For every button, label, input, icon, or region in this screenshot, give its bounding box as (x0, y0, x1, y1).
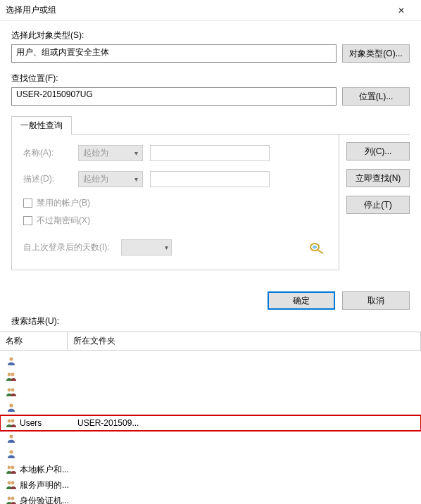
name-input[interactable] (150, 145, 270, 161)
name-match-select[interactable]: 起始为 ▾ (78, 145, 143, 161)
table-row[interactable] (0, 446, 421, 462)
row-name: 本地帐户和... (20, 464, 75, 476)
svg-point-15 (8, 481, 11, 485)
disabled-accounts-checkbox[interactable]: 禁用的帐户(B) (23, 197, 327, 209)
table-row[interactable] (0, 431, 421, 446)
svg-point-3 (9, 357, 13, 360)
table-row[interactable] (0, 369, 421, 384)
location-button[interactable]: 位置(L)... (342, 87, 410, 106)
non-expiring-password-checkbox[interactable]: 不过期密码(X) (23, 215, 327, 227)
table-row[interactable] (0, 400, 421, 415)
checkbox-box-icon (23, 199, 32, 208)
group-icon (6, 495, 17, 504)
close-icon: ✕ (398, 6, 405, 15)
user-icon (6, 448, 17, 460)
svg-line-1 (318, 250, 323, 253)
table-row[interactable]: 身份验证机... (0, 493, 421, 504)
svg-point-14 (11, 466, 15, 470)
column-header-name[interactable]: 名称 (0, 332, 68, 350)
svg-point-12 (9, 450, 13, 453)
svg-point-5 (11, 373, 15, 377)
days-since-logon-label: 自上次登录后的天数(I): (23, 241, 110, 253)
description-match-select[interactable]: 起始为 ▾ (78, 171, 143, 187)
group-icon (6, 386, 17, 398)
object-type-input[interactable]: 用户、组或内置安全主体 (11, 44, 337, 63)
results-rows: UsersUSER-201509...本地帐户和...服务声明的...身份验证机… (0, 351, 421, 504)
table-row[interactable] (0, 384, 421, 400)
chevron-down-icon: ▾ (165, 244, 168, 251)
column-header-folder[interactable]: 所在文件夹 (68, 332, 421, 350)
table-row[interactable]: UsersUSER-201509... (0, 415, 421, 431)
svg-point-4 (8, 373, 11, 377)
cancel-button[interactable]: 取消 (342, 291, 410, 310)
query-panel: 名称(A): 起始为 ▾ 描述(D): 起始为 ▾ 禁用的帐户(B) (11, 135, 339, 270)
svg-point-7 (11, 389, 15, 392)
svg-point-9 (8, 420, 11, 423)
close-button[interactable]: ✕ (387, 0, 415, 20)
object-type-label: 选择此对象类型(S): (11, 30, 410, 42)
find-now-button[interactable]: 立即查找(N) (346, 169, 410, 187)
row-name: 身份验证机... (20, 495, 75, 505)
user-icon (6, 402, 17, 413)
location-label: 查找位置(F): (11, 73, 410, 84)
title-bar: 选择用户或组 ✕ (0, 0, 421, 21)
svg-point-10 (11, 420, 15, 423)
svg-point-18 (11, 497, 15, 500)
svg-point-13 (8, 466, 11, 470)
description-input[interactable] (150, 171, 270, 187)
tab-general-query[interactable]: 一般性查询 (11, 116, 72, 135)
tabs: 一般性查询 (11, 115, 410, 135)
days-since-logon-select[interactable]: ▾ (121, 239, 172, 256)
svg-point-6 (8, 389, 11, 392)
window-title: 选择用户或组 (6, 4, 387, 16)
user-icon (6, 355, 17, 367)
table-row[interactable] (0, 353, 421, 369)
svg-point-16 (11, 481, 15, 485)
row-name: Users (20, 418, 75, 428)
name-label: 名称(A): (23, 147, 71, 159)
dialog-buttons: 确定 取消 (0, 279, 421, 315)
columns-button[interactable]: 列(C)... (346, 142, 410, 160)
group-icon (6, 479, 17, 491)
search-results-label: 搜索结果(U): (0, 315, 421, 332)
query-area: 名称(A): 起始为 ▾ 描述(D): 起始为 ▾ 禁用的帐户(B) (11, 135, 410, 270)
checkbox-box-icon (23, 216, 32, 225)
ok-button[interactable]: 确定 (268, 291, 335, 310)
table-row[interactable]: 服务声明的... (0, 477, 421, 493)
chevron-down-icon: ▾ (134, 175, 138, 183)
group-icon (6, 464, 17, 475)
user-icon (6, 433, 17, 444)
table-row[interactable]: 本地帐户和... (0, 462, 421, 477)
row-folder: USER-201509... (77, 418, 415, 428)
chevron-down-icon: ▾ (134, 149, 138, 157)
group-icon (6, 417, 17, 429)
svg-point-8 (9, 403, 13, 407)
row-name: 服务声明的... (20, 479, 75, 491)
svg-point-17 (8, 497, 11, 500)
object-type-button[interactable]: 对象类型(O)... (342, 44, 410, 63)
description-label: 描述(D): (23, 173, 71, 185)
svg-point-2 (313, 245, 317, 248)
results-header: 名称 所在文件夹 (0, 332, 421, 351)
group-icon (6, 371, 17, 382)
location-input[interactable]: USER-20150907UG (11, 87, 337, 106)
dialog-content: 选择此对象类型(S): 用户、组或内置安全主体 对象类型(O)... 查找位置(… (0, 21, 421, 279)
svg-point-11 (9, 434, 13, 438)
results-grid: 名称 所在文件夹 UsersUSER-201509...本地帐户和...服务声明… (0, 332, 421, 504)
search-icon (308, 241, 327, 254)
query-side-buttons: 列(C)... 立即查找(N) 停止(T) (346, 135, 410, 270)
stop-button[interactable]: 停止(T) (346, 196, 410, 214)
